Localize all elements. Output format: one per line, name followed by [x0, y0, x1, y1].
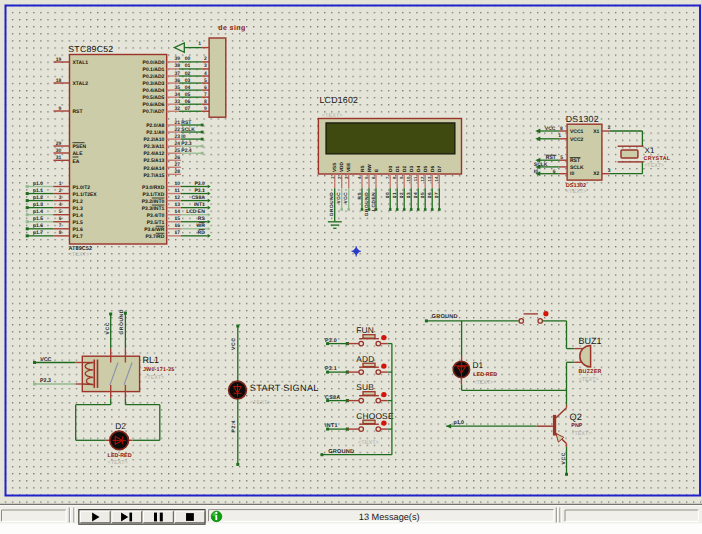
svg-text:CS8A: CS8A	[191, 195, 205, 201]
svg-text:GROUND: GROUND	[328, 449, 354, 455]
svg-text:PSEN: PSEN	[73, 144, 87, 150]
svg-text:P2.5/A13: P2.5/A13	[143, 158, 164, 164]
svg-text:P0.6/AD6: P0.6/AD6	[143, 102, 165, 108]
svg-text:P2.2/A10: P2.2/A10	[143, 137, 164, 143]
svg-text:6: 6	[59, 216, 62, 222]
svg-text:D0: D0	[388, 166, 393, 172]
svg-text:1: 1	[59, 181, 62, 187]
svg-text:p1.0: p1.0	[453, 420, 464, 426]
svg-text:04: 04	[185, 85, 191, 91]
svg-text:VCC: VCC	[344, 192, 349, 204]
svg-text:13 Message(s): 13 Message(s)	[359, 512, 420, 522]
svg-text:RST: RST	[181, 120, 191, 126]
svg-text:p1.5: p1.5	[33, 216, 43, 222]
svg-text:CHOOSE: CHOOSE	[356, 411, 394, 421]
svg-text:10: 10	[175, 181, 181, 187]
svg-text:STC89C52: STC89C52	[68, 44, 113, 54]
svg-text:6: 6	[553, 169, 556, 175]
svg-text:P2.4: P2.4	[181, 148, 192, 154]
svg-text:06: 06	[185, 99, 191, 105]
svg-text:07: 07	[434, 192, 439, 198]
svg-text:8: 8	[560, 126, 563, 132]
svg-text:27: 27	[175, 162, 181, 168]
svg-text:P2.4/A12: P2.4/A12	[143, 151, 164, 157]
svg-text:INT1: INT1	[325, 423, 338, 429]
svg-text:P2.3/A11: P2.3/A11	[144, 144, 165, 150]
svg-text:32: 32	[175, 106, 181, 112]
svg-text:LCD1602: LCD1602	[320, 95, 359, 105]
svg-text:D1: D1	[395, 166, 400, 172]
svg-text:P0.5/AD5: P0.5/AD5	[143, 95, 165, 101]
svg-text:17: 17	[175, 230, 181, 236]
svg-text:15: 15	[175, 216, 181, 222]
svg-text:5: 5	[59, 209, 62, 215]
svg-text:9: 9	[204, 106, 207, 112]
svg-text:21: 21	[175, 120, 181, 126]
svg-text:18: 18	[56, 78, 62, 84]
svg-text:X1: X1	[593, 129, 599, 135]
svg-text:p1.0: p1.0	[33, 181, 43, 187]
svg-text:X2: X2	[593, 171, 599, 177]
svg-text:RST: RST	[570, 158, 580, 164]
svg-text:P2.7/A15: P2.7/A15	[143, 173, 164, 179]
svg-text:P1.3: P1.3	[73, 206, 84, 212]
svg-text:13: 13	[427, 176, 432, 181]
svg-text:00: 00	[185, 56, 191, 62]
svg-text:P1.1/T2EX: P1.1/T2EX	[73, 192, 98, 198]
svg-text:22: 22	[175, 127, 181, 133]
svg-text:CRYSTAL: CRYSTAL	[644, 156, 671, 162]
svg-text:P3.7/RD: P3.7/RD	[145, 234, 164, 240]
svg-text:P3.5/T1: P3.5/T1	[147, 220, 165, 226]
svg-text:P3.1/TXD: P3.1/TXD	[143, 192, 165, 198]
svg-text:<TEXT>: <TEXT>	[250, 400, 271, 406]
svg-text:P2.6/A14: P2.6/A14	[143, 166, 164, 172]
svg-text:<TEXT>: <TEXT>	[144, 375, 164, 381]
svg-text:P2.0/A8: P2.0/A8	[146, 123, 164, 129]
svg-text:12: 12	[420, 176, 425, 181]
svg-text:03: 03	[185, 78, 191, 84]
svg-text:24: 24	[175, 141, 181, 147]
svg-text:p1.4: p1.4	[33, 209, 43, 215]
svg-text:23: 23	[175, 134, 181, 140]
svg-text:<TEXT>: <TEXT>	[571, 431, 591, 437]
svg-text:DS1302: DS1302	[566, 183, 586, 189]
svg-text:34: 34	[175, 92, 181, 98]
svg-text:11: 11	[175, 188, 181, 194]
svg-text:D1: D1	[473, 360, 484, 370]
svg-text:2: 2	[59, 188, 62, 194]
svg-text:35: 35	[175, 85, 181, 91]
svg-text:P2.3: P2.3	[40, 378, 51, 384]
svg-text:1: 1	[558, 133, 561, 139]
svg-text:RS: RS	[357, 192, 362, 200]
svg-text:9: 9	[59, 106, 62, 112]
svg-text:VCC: VCC	[545, 126, 556, 132]
svg-text:VCC: VCC	[231, 338, 237, 350]
svg-text:07: 07	[185, 106, 191, 112]
svg-text:<TEXT>: <TEXT>	[566, 189, 587, 195]
svg-text:GROUND: GROUND	[364, 192, 369, 216]
svg-text:3: 3	[204, 63, 207, 69]
svg-text:P3.0/RXD: P3.0/RXD	[142, 185, 165, 191]
svg-text:GROUND: GROUND	[432, 314, 458, 320]
svg-text:AT89C52: AT89C52	[69, 246, 93, 252]
svg-text:LCD EN: LCD EN	[186, 209, 205, 215]
svg-text:I0: I0	[534, 169, 538, 175]
svg-text:P3.3/INT1: P3.3/INT1	[142, 206, 165, 212]
svg-text:de sing: de sing	[218, 24, 245, 32]
svg-text:RS: RS	[198, 216, 206, 222]
svg-text:D3: D3	[409, 166, 414, 172]
svg-text:LCDEN: LCDEN	[371, 192, 376, 211]
svg-text:36: 36	[175, 78, 181, 84]
svg-text:BUZZER: BUZZER	[579, 369, 602, 375]
svg-text:RS: RS	[360, 165, 365, 172]
svg-text:<TEXT>: <TEXT>	[108, 460, 128, 466]
svg-text:VCC: VCC	[105, 322, 111, 334]
svg-text:P0.0/AD0: P0.0/AD0	[143, 60, 165, 66]
svg-text:LED-RED: LED-RED	[473, 372, 497, 378]
svg-text:p1.3: p1.3	[33, 202, 43, 208]
svg-text:11: 11	[413, 176, 418, 181]
svg-text:INT1: INT1	[194, 202, 205, 208]
svg-text:P3.0: P3.0	[195, 181, 206, 187]
svg-text:P3.1: P3.1	[195, 188, 206, 194]
svg-text:P0.4/AD4: P0.4/AD4	[143, 88, 165, 94]
